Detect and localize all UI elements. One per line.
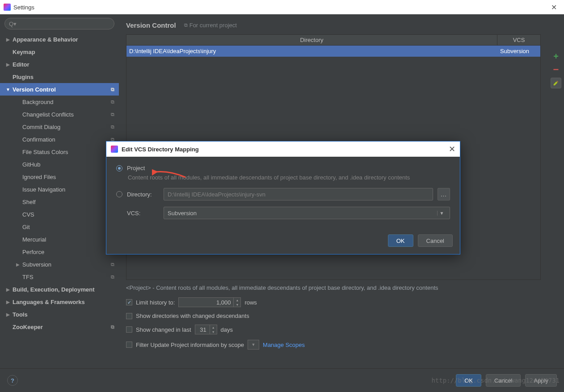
- tree-item-label: Build, Execution, Deployment: [12, 286, 109, 293]
- tree-item-cvs[interactable]: CVS⧉: [0, 208, 119, 221]
- search-input[interactable]: [4, 18, 114, 29]
- project-scope-icon: ⧉: [109, 261, 116, 268]
- help-button[interactable]: ?: [7, 375, 18, 386]
- project-desc: <Project> - Content roots of all modules…: [126, 284, 541, 291]
- filter-scope-checkbox[interactable]: [126, 342, 132, 348]
- rows-label: rows: [244, 299, 257, 306]
- tree-item-version-control[interactable]: ▼Version Control⧉: [0, 83, 119, 96]
- tree-item-label: Version Control: [12, 86, 109, 93]
- edit-button[interactable]: [551, 78, 561, 88]
- add-button[interactable]: +: [551, 51, 561, 62]
- expand-arrow-icon: ▶: [4, 300, 12, 304]
- ok-button[interactable]: OK: [456, 374, 481, 387]
- dialog-title: Edit VCS Directory Mapping: [122, 146, 199, 153]
- tree-item-confirmation[interactable]: Confirmation⧉: [0, 133, 119, 146]
- tree-item-keymap[interactable]: Keymap: [0, 46, 119, 58]
- tree-item-issue-navigation[interactable]: Issue Navigation⧉: [0, 183, 119, 196]
- browse-button[interactable]: …: [438, 188, 450, 200]
- close-icon[interactable]: ✕: [547, 3, 560, 12]
- tree-item-appearance-behavior[interactable]: ▶Appearance & Behavior: [0, 33, 119, 46]
- tree-item-github[interactable]: GitHub⧉: [0, 158, 119, 171]
- chevron-down-icon: ▼: [437, 211, 446, 216]
- dialog-footer: ? OK Cancel Apply: [0, 368, 564, 392]
- expand-arrow-icon: ▶: [4, 62, 12, 67]
- days-field[interactable]: 31 ▲▼: [195, 325, 217, 334]
- edit-vcs-dialog: Edit VCS Directory Mapping ✕ Project Con…: [106, 141, 460, 254]
- tree-item-perforce[interactable]: Perforce⧉: [0, 246, 119, 258]
- tree-item-ignored-files[interactable]: Ignored Files⧉: [0, 171, 119, 183]
- tree-item-label: Shelf: [21, 199, 109, 205]
- tree-item-git[interactable]: Git⧉: [0, 221, 119, 233]
- expand-arrow-icon: ▶: [4, 287, 12, 292]
- filter-scope-label: Filter Update Project information by sco…: [136, 342, 244, 348]
- col-vcs[interactable]: VCS: [497, 35, 540, 45]
- tree-item-label: Perforce: [21, 249, 109, 255]
- manage-scopes-link[interactable]: Manage Scopes: [263, 342, 305, 348]
- project-radio-label: Project: [127, 165, 145, 171]
- spinner-icon[interactable]: ▲▼: [210, 325, 217, 334]
- expand-arrow-icon: ▶: [4, 312, 12, 317]
- expand-arrow-icon: ▶: [4, 37, 12, 42]
- tree-item-background[interactable]: Background⧉: [0, 96, 119, 108]
- tree-item-label: TFS: [21, 274, 109, 280]
- for-project-label: ⧉ For current project: [184, 22, 237, 29]
- project-scope-icon: ⧉: [109, 111, 116, 118]
- project-scope-icon: [109, 48, 116, 55]
- vcs-select[interactable]: Subversion ▼: [164, 207, 450, 219]
- project-scope-icon: [109, 298, 116, 305]
- show-dirs-label: Show directories with changed descendant…: [136, 313, 249, 319]
- tree-item-subversion[interactable]: ▶Subversion⧉: [0, 258, 119, 271]
- limit-history-checkbox[interactable]: [126, 299, 132, 305]
- tree-item-tfs[interactable]: TFS⧉: [0, 271, 119, 283]
- tree-item-label: Appearance & Behavior: [12, 36, 109, 43]
- directory-field[interactable]: D:\Intellij IDEA\IdeaProjects\injury-svn: [164, 188, 433, 200]
- remove-button[interactable]: −: [551, 64, 561, 75]
- app-icon: [111, 146, 118, 153]
- tree-item-label: Languages & Frameworks: [12, 299, 109, 305]
- scope-dropdown[interactable]: ▼: [248, 340, 259, 350]
- tree-item-mercurial[interactable]: Mercurial⧉: [0, 233, 119, 246]
- tree-item-plugins[interactable]: Plugins: [0, 71, 119, 83]
- tree-item-zookeeper[interactable]: ZooKeeper⧉: [0, 321, 119, 333]
- expand-arrow-icon: ▶: [14, 262, 21, 267]
- tree-item-label: Confirmation: [21, 136, 109, 143]
- project-scope-icon: [109, 73, 116, 80]
- close-icon[interactable]: ✕: [449, 144, 455, 154]
- tree-item-label: Ignored Files: [21, 174, 109, 180]
- tree-item-label: File Status Colors: [21, 149, 109, 155]
- tree-item-shelf[interactable]: Shelf⧉: [0, 196, 119, 208]
- sidebar: Q▾ ▶Appearance & BehaviorKeymap▶EditorPl…: [0, 14, 119, 368]
- tree-item-label: ZooKeeper: [12, 324, 109, 330]
- table-row[interactable]: D:\Intellij IDEA\IdeaProjects\injury Sub…: [126, 46, 540, 57]
- app-icon: [4, 4, 11, 11]
- directory-radio[interactable]: [116, 191, 122, 197]
- tree-item-changelist-conflicts[interactable]: Changelist Conflicts⧉: [0, 108, 119, 121]
- dialog-ok-button[interactable]: OK: [388, 234, 413, 247]
- spinner-icon[interactable]: ▲▼: [233, 298, 240, 307]
- cell-directory: D:\Intellij IDEA\IdeaProjects\injury: [126, 48, 497, 54]
- tree-item-commit-dialog[interactable]: Commit Dialog⧉: [0, 121, 119, 133]
- project-scope-icon: [109, 61, 116, 68]
- show-dirs-checkbox[interactable]: [126, 313, 132, 319]
- tree-item-editor[interactable]: ▶Editor: [0, 58, 119, 71]
- limit-history-field[interactable]: 1,000 ▲▼: [178, 297, 241, 307]
- tree-item-tools[interactable]: ▶Tools: [0, 308, 119, 321]
- project-scope-icon: [109, 36, 116, 43]
- table-header: Directory VCS: [126, 35, 540, 46]
- pencil-icon: [553, 80, 559, 86]
- col-directory[interactable]: Directory: [126, 35, 497, 45]
- tree-item-build-execution-deployment[interactable]: ▶Build, Execution, Deployment: [0, 283, 119, 296]
- days-label: days: [221, 326, 233, 333]
- tree-item-label: Subversion: [21, 261, 109, 268]
- cancel-button[interactable]: Cancel: [486, 374, 521, 387]
- directory-label: Directory:: [127, 191, 159, 198]
- show-changed-checkbox[interactable]: [126, 326, 132, 333]
- tree-item-languages-frameworks[interactable]: ▶Languages & Frameworks: [0, 296, 119, 308]
- settings-tree: ▶Appearance & BehaviorKeymap▶EditorPlugi…: [0, 33, 119, 368]
- tree-item-file-status-colors[interactable]: File Status Colors⧉: [0, 146, 119, 158]
- dialog-titlebar: Edit VCS Directory Mapping ✕: [106, 142, 460, 157]
- project-scope-icon: ⧉: [109, 98, 116, 105]
- apply-button[interactable]: Apply: [525, 374, 557, 387]
- dialog-cancel-button[interactable]: Cancel: [418, 234, 453, 247]
- project-radio[interactable]: [116, 165, 122, 171]
